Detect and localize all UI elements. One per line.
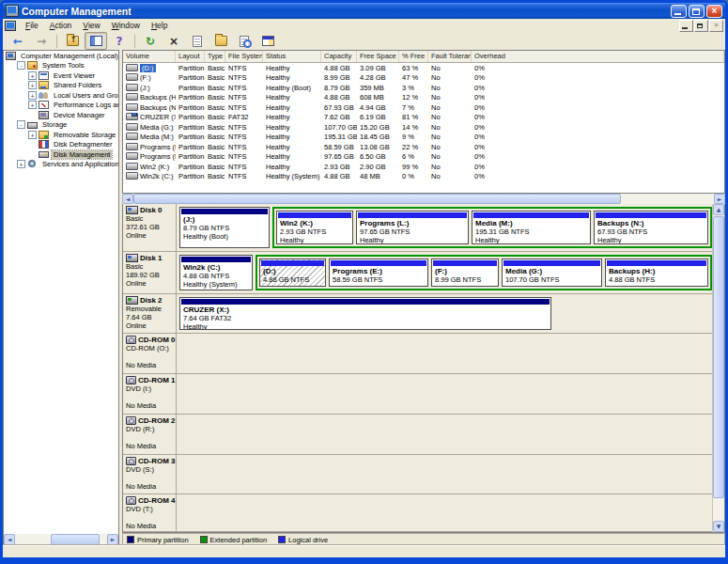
column-header-free-space[interactable]: Free Space xyxy=(357,51,399,62)
disk-label[interactable]: CD-ROM 0CD-ROM (O:)No Media xyxy=(123,334,177,373)
table-row[interactable]: Media (G:)PartitionBasicNTFSHealthy107.7… xyxy=(123,122,724,133)
table-row[interactable]: (D:)PartitionBasicNTFSHealthy4.88 GB3.09… xyxy=(123,63,724,73)
sidebar-item-computer-management-local-[interactable]: Computer Management (Local) xyxy=(4,51,118,61)
back-button[interactable]: ← xyxy=(7,32,29,50)
up-one-level-button[interactable] xyxy=(61,32,84,50)
table-row[interactable]: Media (M:)PartitionBasicNTFSHealthy195.3… xyxy=(123,133,724,143)
table-row[interactable]: Win2k (C:)PartitionBasicNTFSHealthy (Sys… xyxy=(123,172,724,182)
scroll-right-icon[interactable]: ► xyxy=(714,194,725,204)
disk-label[interactable]: CD-ROM 3DVD (S:)No Media xyxy=(123,455,177,494)
mdi-close-button[interactable]: × xyxy=(709,20,723,32)
mdi-minimize-button[interactable] xyxy=(679,20,693,32)
sidebar-item-services-and-applications[interactable]: +Services and Applications xyxy=(4,160,118,170)
sidebar-item-event-viewer[interactable]: +Event Viewer xyxy=(4,70,118,81)
partition-size: 2.93 GB NTFS xyxy=(280,227,349,236)
disk-vertical-scrollbar[interactable]: ▲ ▼ xyxy=(712,204,724,532)
partition-box-backups-n-[interactable]: Backups (N:)67.93 GB NTFSHealthy xyxy=(594,211,708,244)
sidebar-item-disk-management[interactable]: Disk Management xyxy=(4,149,118,160)
column-header-capacity[interactable]: Capacity xyxy=(321,51,357,62)
disk-label[interactable]: Disk 0Basic372.61 GBOnline xyxy=(123,204,177,251)
table-row[interactable]: Backups (H:)PartitionBasicNTFSHealthy4.8… xyxy=(123,93,724,103)
sidebar-item-system-tools[interactable]: -System Tools xyxy=(4,61,118,71)
volume-list-horizontal-scrollbar[interactable]: ◄ ► xyxy=(122,194,725,204)
partition-box-programs-e-[interactable]: Programs (E:)58.59 GB NTFSHealthy xyxy=(329,258,428,287)
find-button[interactable] xyxy=(233,32,256,50)
mdi-restore-button[interactable] xyxy=(694,20,708,32)
table-row[interactable]: (J:)PartitionBasicNTFSHealthy (Boot)8.79… xyxy=(123,83,724,93)
expand-icon[interactable]: + xyxy=(28,131,37,139)
scroll-left-icon[interactable]: ◄ xyxy=(122,194,133,204)
partition-box-cruzer-x-[interactable]: CRUZER (X:)7.64 GB FAT32Healthy xyxy=(179,297,551,330)
collapse-icon[interactable]: - xyxy=(17,120,25,129)
table-row[interactable]: Win2 (K:)PartitionBasicNTFSHealthy2.93 G… xyxy=(123,162,724,172)
sidebar-item-removable-storage[interactable]: +Removable Storage xyxy=(4,130,118,140)
menu-window[interactable]: Window xyxy=(106,20,146,31)
title-bar[interactable]: Computer Management × xyxy=(3,3,725,19)
partition-box-win2-k-[interactable]: Win2 (K:)2.93 GB NTFSHealthy xyxy=(276,211,353,244)
tree-scroll-thumb[interactable] xyxy=(51,534,100,545)
disk-label[interactable]: Disk 2Removable7.64 GBOnline xyxy=(123,294,177,333)
column-header-layout[interactable]: Layout xyxy=(176,51,205,62)
sidebar-item-local-users-and-groups[interactable]: +Local Users and Groups xyxy=(4,90,118,101)
disk-label[interactable]: CD-ROM 2DVD (R:)No Media xyxy=(123,415,177,454)
partition-box-programs-l-[interactable]: Programs (L:)97.65 GB NTFSHealthy xyxy=(356,211,469,244)
disk-scroll-thumb[interactable] xyxy=(713,216,724,498)
expand-icon[interactable]: + xyxy=(28,71,37,80)
partition-box-media-g-[interactable]: Media (G:)107.70 GB NTFSHealthy xyxy=(502,258,602,287)
partition-box-media-m-[interactable]: Media (M:)195.31 GB NTFSHealthy xyxy=(472,211,591,244)
column-header-volume[interactable]: Volume xyxy=(123,51,176,62)
scroll-right-icon[interactable]: ► xyxy=(107,534,118,545)
menu-view[interactable]: View xyxy=(77,20,105,31)
scroll-left-icon[interactable]: ◄ xyxy=(4,534,15,545)
sidebar-item-device-manager[interactable]: Device Manager xyxy=(4,110,118,120)
disk-label[interactable]: CD-ROM 4DVD (T:)No Media xyxy=(123,494,177,531)
column-header-status[interactable]: Status xyxy=(263,51,321,62)
column-header--free[interactable]: % Free xyxy=(399,51,428,62)
sidebar-item-shared-folders[interactable]: +Shared Folders xyxy=(4,81,118,91)
collapse-icon[interactable]: - xyxy=(17,61,25,70)
table-row[interactable]: Backups (N:)PartitionBasicNTFSHealthy67.… xyxy=(123,102,724,113)
expand-icon[interactable]: + xyxy=(28,81,37,89)
partition-box--f-[interactable]: (F:)8.99 GB NTFSHealthy xyxy=(431,258,499,287)
disk-label[interactable]: Disk 1Basic189.92 GBOnline xyxy=(123,252,177,293)
menu-file[interactable]: File xyxy=(20,20,44,31)
open-button[interactable] xyxy=(209,32,232,50)
sidebar-item-storage[interactable]: -Storage xyxy=(4,120,118,131)
forward-button[interactable]: → xyxy=(30,32,53,50)
properties-button[interactable] xyxy=(186,32,209,50)
scroll-down-icon[interactable]: ▼ xyxy=(713,521,724,532)
partition-box--d-[interactable]: (D:)4.88 GB NTFSHealthy xyxy=(259,258,326,287)
partition-box-win2k-c-[interactable]: Win2k (C:)4.88 GB NTFSHealthy (System) xyxy=(179,255,253,290)
partition-box-backups-h-[interactable]: Backups (H:)4.88 GB NTFSHealthy xyxy=(605,258,708,287)
column-header-overhead[interactable]: Overhead xyxy=(472,51,724,62)
partition-box--j-[interactable]: (J:)8.79 GB NTFSHealthy (Boot) xyxy=(179,207,270,248)
maximize-button[interactable] xyxy=(689,5,705,18)
menu-action[interactable]: Action xyxy=(44,20,78,31)
expand-icon[interactable]: + xyxy=(17,160,25,168)
column-header-file-system[interactable]: File System xyxy=(225,51,263,62)
refresh-button[interactable]: ↻ xyxy=(139,32,162,50)
column-header-fault-tolerance[interactable]: Fault Tolerance xyxy=(428,51,472,62)
table-row[interactable]: (F:)PartitionBasicNTFSHealthy8.99 GB4.28… xyxy=(123,73,724,84)
close-button[interactable]: × xyxy=(706,5,722,18)
sidebar-item-performance-logs-and-alerts[interactable]: +Performance Logs and Alerts xyxy=(4,101,118,111)
column-header-type[interactable]: Type xyxy=(205,51,225,62)
show-hide-console-tree-button[interactable] xyxy=(85,32,107,50)
table-row[interactable]: Programs (E:)PartitionBasicNTFSHealthy58… xyxy=(123,142,724,152)
capacity-cell: 67.93 GB xyxy=(321,103,357,112)
disk-info-line: CD-ROM (O:) xyxy=(126,344,174,352)
sidebar-item-disk-defragmenter[interactable]: Disk Defragmenter xyxy=(4,140,118,150)
volume-scroll-thumb[interactable] xyxy=(133,194,621,204)
delete-button[interactable]: × xyxy=(163,32,185,50)
disk-label[interactable]: CD-ROM 1DVD (I:)No Media xyxy=(123,374,177,414)
expand-icon[interactable]: + xyxy=(28,91,37,100)
help-button[interactable]: ? xyxy=(108,32,131,50)
table-row[interactable]: Programs (L:)PartitionBasicNTFSHealthy97… xyxy=(123,152,724,163)
menu-help[interactable]: Help xyxy=(146,20,173,31)
table-row[interactable]: CRUZER (X:)PartitionBasicFAT32Healthy7.6… xyxy=(123,113,724,123)
tree-horizontal-scrollbar[interactable]: ◄ ► xyxy=(4,534,118,545)
minimize-button[interactable] xyxy=(671,5,687,18)
expand-icon[interactable]: + xyxy=(28,101,37,109)
scroll-up-icon[interactable]: ▲ xyxy=(713,204,724,215)
disk-view-button[interactable] xyxy=(256,32,279,50)
